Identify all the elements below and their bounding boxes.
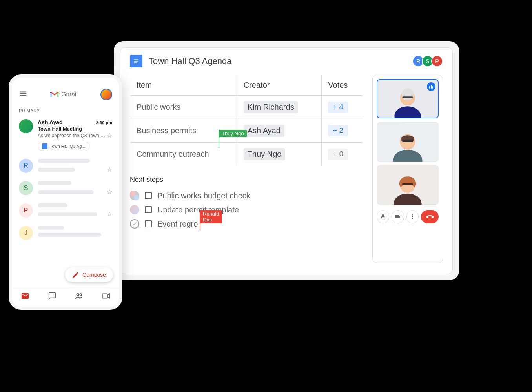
docs-lines-icon xyxy=(133,58,139,64)
cell-votes[interactable]: +4 xyxy=(322,96,363,119)
assignee-avatar-dual[interactable] xyxy=(130,191,139,200)
gmail-header: Gmail xyxy=(12,85,119,106)
cell-creator[interactable]: Thuy Ngo xyxy=(237,143,322,166)
profile-avatar[interactable] xyxy=(100,89,112,100)
inbox-tab-label[interactable]: PRIMARY xyxy=(12,106,119,115)
sender-avatar[interactable] xyxy=(19,119,33,133)
assignee-avatar[interactable] xyxy=(130,205,139,214)
step-row[interactable]: Update permit template xyxy=(130,203,363,217)
gmail-app-name: Gmail xyxy=(61,91,78,98)
email-preview: As we approach the Q3 Town Ha... xyxy=(38,133,107,138)
header-votes: Votes xyxy=(322,75,363,96)
docs-title[interactable]: Town Hall Q3 Agenda xyxy=(149,56,415,66)
attachment-name: Town Hall Q3 Ag... xyxy=(50,144,86,149)
email-time: 2:39 pm xyxy=(96,120,112,125)
step-row[interactable]: + Event regro Ronald Das xyxy=(130,217,363,231)
gmail-m-icon xyxy=(50,91,59,98)
email-content: Ash Ayad 2:39 pm Town Hall Meeting As we… xyxy=(38,119,112,151)
skeleton-text xyxy=(38,226,64,230)
nav-chat-button[interactable] xyxy=(48,292,56,302)
docs-content[interactable]: Item Creator Votes Public works Kim Rich… xyxy=(130,75,363,263)
hamburger-icon xyxy=(19,89,27,98)
vote-chip[interactable]: +4 xyxy=(328,102,348,113)
email-attachment-chip[interactable]: Town Hall Q3 Ag... xyxy=(38,142,90,151)
sender-avatar[interactable]: J xyxy=(19,226,33,240)
email-item-skeleton[interactable]: S ☆ xyxy=(12,177,119,200)
next-steps-title: Next steps xyxy=(130,176,363,184)
more-options-button[interactable] xyxy=(406,210,419,223)
creator-chip[interactable]: Ash Ayad xyxy=(244,125,284,137)
step-text[interactable]: Public works budget check xyxy=(157,191,250,200)
cell-creator[interactable]: Kim Richards xyxy=(237,96,322,119)
meet-participant-tile[interactable] xyxy=(377,122,439,162)
more-vertical-icon xyxy=(409,214,415,220)
checkbox[interactable] xyxy=(145,206,152,213)
email-item-skeleton[interactable]: J xyxy=(12,222,119,244)
creator-chip[interactable]: Kim Richards xyxy=(244,101,298,113)
step-row[interactable]: Public works budget check xyxy=(130,189,363,203)
menu-button[interactable] xyxy=(19,89,27,100)
cell-votes[interactable]: +0 xyxy=(322,143,363,166)
svg-rect-0 xyxy=(134,59,138,60)
cell-creator[interactable]: Ash Ayad xyxy=(237,119,322,143)
checkbox[interactable] xyxy=(145,192,152,199)
skeleton-text xyxy=(38,181,71,185)
table-row[interactable]: Public works Kim Richards +4 xyxy=(130,96,363,119)
agenda-table[interactable]: Item Creator Votes Public works Kim Rich… xyxy=(130,75,363,166)
compose-button[interactable]: Compose xyxy=(65,267,113,282)
creator-chip[interactable]: Thuy Ngo xyxy=(244,148,286,160)
sender-avatar[interactable]: R xyxy=(19,159,33,173)
email-item-skeleton[interactable]: P ☆ xyxy=(12,200,119,222)
meet-controls xyxy=(377,210,439,223)
hangup-button[interactable] xyxy=(421,210,439,223)
vote-chip[interactable]: +2 xyxy=(328,125,348,136)
speaking-indicator-icon xyxy=(427,82,435,91)
video-icon xyxy=(102,292,110,300)
svg-rect-24 xyxy=(102,294,107,298)
email-sender: Ash Ayad xyxy=(38,119,63,125)
docs-app-icon[interactable] xyxy=(130,55,142,67)
svg-rect-7 xyxy=(403,96,413,98)
email-item-skeleton[interactable]: R ☆ xyxy=(12,155,119,177)
table-row[interactable]: Community outreach Thuy Ngo +0 xyxy=(130,143,363,166)
next-steps-section[interactable]: Next steps Public works budget check Upd… xyxy=(130,176,363,231)
collaborator-avatar-p[interactable]: P xyxy=(431,55,443,67)
meet-participant-tile[interactable] xyxy=(377,165,439,205)
nav-mail-button[interactable] xyxy=(21,292,29,302)
star-icon[interactable]: ☆ xyxy=(107,188,112,196)
nav-meet-button[interactable] xyxy=(102,292,110,302)
cell-votes[interactable]: +2 xyxy=(322,119,363,143)
mic-button[interactable] xyxy=(377,210,389,223)
checkbox[interactable] xyxy=(145,220,152,227)
bottom-nav xyxy=(12,287,119,307)
svg-rect-19 xyxy=(20,92,27,93)
svg-rect-1 xyxy=(134,61,138,61)
cell-item[interactable]: Public works xyxy=(130,96,237,119)
star-icon[interactable]: ☆ xyxy=(107,132,112,139)
email-subject: Town Hall Meeting xyxy=(38,126,112,132)
collaborator-cursor-label-green: Thuy Ngo xyxy=(219,130,247,137)
star-icon[interactable]: ☆ xyxy=(107,166,112,173)
svg-point-6 xyxy=(402,88,414,100)
assign-task-icon[interactable]: + xyxy=(130,219,139,229)
docs-header: Town Hall Q3 Agenda R S P xyxy=(120,48,452,75)
sender-avatar[interactable]: S xyxy=(19,181,33,195)
skeleton-text xyxy=(38,212,97,216)
svg-rect-15 xyxy=(402,183,413,185)
collaborator-cursor-green xyxy=(219,137,219,148)
gmail-logo[interactable]: Gmail xyxy=(27,91,100,98)
nav-spaces-button[interactable] xyxy=(75,292,83,302)
meet-participant-tile[interactable] xyxy=(377,79,439,118)
star-icon[interactable]: ☆ xyxy=(107,211,112,218)
cell-item[interactable]: Community outreach xyxy=(130,143,237,166)
email-item[interactable]: Ash Ayad 2:39 pm Town Hall Meeting As we… xyxy=(12,115,119,155)
sender-avatar[interactable]: P xyxy=(19,203,33,218)
skeleton-text xyxy=(38,233,101,237)
vote-chip[interactable]: +0 xyxy=(328,149,348,160)
chat-icon xyxy=(48,292,56,300)
svg-point-16 xyxy=(412,214,413,216)
step-text[interactable]: Event regro Ronald Das xyxy=(157,220,198,229)
step-text[interactable]: Update permit template xyxy=(157,205,239,214)
skeleton-text xyxy=(38,190,94,194)
camera-button[interactable] xyxy=(392,210,404,223)
